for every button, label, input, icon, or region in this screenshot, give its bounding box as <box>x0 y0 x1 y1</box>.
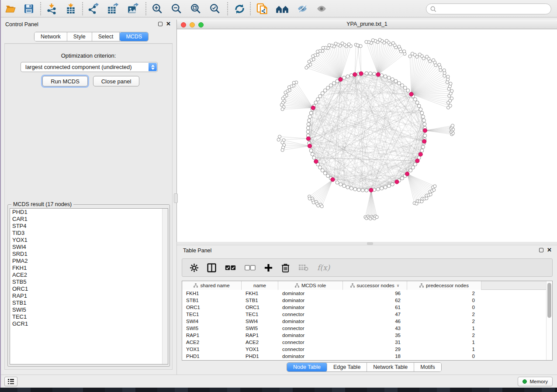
mcds-result-item[interactable]: ORC1 <box>10 285 168 292</box>
zoom-fit-icon[interactable] <box>189 2 203 15</box>
import-network-icon[interactable] <box>45 2 59 15</box>
search-field[interactable] <box>426 3 551 14</box>
optimization-criterion-select[interactable]: largest connected component (undirected) <box>21 62 158 72</box>
memory-button[interactable]: Memory <box>518 377 553 386</box>
network-window-titlebar[interactable]: YPA_prune.txt_1 <box>177 20 557 29</box>
column-header-predecessor-nodes[interactable]: predecessor nodes <box>407 281 481 290</box>
zoom-out-icon[interactable] <box>170 2 183 15</box>
cell-successors: 35 <box>343 333 407 338</box>
open-file-icon[interactable] <box>3 2 17 15</box>
apply-layout-icon[interactable] <box>232 2 246 15</box>
task-history-button[interactable] <box>4 377 17 386</box>
column-header-name[interactable]: name <box>242 281 278 290</box>
mcds-result-item[interactable]: PHD1 <box>10 209 168 216</box>
delete-column-icon[interactable] <box>281 263 290 272</box>
tab-edge-table[interactable]: Edge Table <box>327 363 367 371</box>
float-panel-icon[interactable] <box>158 22 163 26</box>
mcds-result-item[interactable]: STB1 <box>10 299 168 306</box>
mcds-result-item[interactable]: PMA2 <box>10 258 168 265</box>
cell-predecessors: 0 <box>407 298 481 303</box>
settings-gear-icon[interactable] <box>190 264 198 272</box>
mcds-result-item[interactable]: SRD1 <box>10 251 168 258</box>
close-panel-button[interactable]: Close panel <box>93 76 139 86</box>
save-session-icon[interactable] <box>22 2 36 15</box>
tab-node-table[interactable]: Node Table <box>287 363 327 371</box>
cell-name: TEC1 <box>242 312 278 317</box>
first-neighbors-icon[interactable] <box>275 2 289 15</box>
mcds-result-item[interactable]: TID3 <box>10 230 168 237</box>
float-panel-icon[interactable] <box>539 248 543 252</box>
add-column-icon[interactable] <box>264 264 273 272</box>
clone-network-icon[interactable] <box>255 2 269 15</box>
hide-selected-icon[interactable] <box>295 2 309 15</box>
tab-motifs[interactable]: Motifs <box>414 363 441 371</box>
table-row[interactable]: SWI4SWI4dominator462 <box>182 318 546 325</box>
table-panel-title: Table Panel <box>183 248 211 254</box>
zoom-in-icon[interactable] <box>150 2 164 15</box>
run-mcds-button[interactable]: Run MCDS <box>42 76 88 86</box>
panel-divider-handle[interactable] <box>174 193 178 203</box>
mcds-list-scrollbar[interactable] <box>162 209 168 364</box>
select-stepper-icon <box>149 63 157 71</box>
import-table-icon[interactable] <box>64 2 78 15</box>
select-all-checkboxes-icon[interactable] <box>225 265 236 271</box>
close-panel-icon[interactable]: ✕ <box>166 22 171 26</box>
optimization-criterion-label: Optimization criterion: <box>5 52 172 59</box>
mcds-result-item[interactable]: FKH1 <box>10 265 168 272</box>
cell-successors: 18 <box>343 354 407 359</box>
function-builder-icon[interactable]: f(x) <box>317 263 330 272</box>
show-all-icon[interactable] <box>315 2 329 15</box>
deselect-all-checkboxes-icon[interactable] <box>245 265 256 271</box>
zoom-selected-icon[interactable] <box>208 2 222 15</box>
export-network-icon[interactable] <box>86 2 100 15</box>
column-header-shared-name[interactable]: shared name <box>182 281 242 290</box>
delete-table-icon[interactable] <box>298 264 308 271</box>
table-row[interactable]: YOX1YOX1connector291 <box>182 346 546 353</box>
mcds-result-item[interactable]: SWI4 <box>10 244 168 251</box>
cell-predecessors: 2 <box>407 333 481 338</box>
mcds-result-item[interactable]: TEC1 <box>10 313 168 320</box>
table-row[interactable]: FKH1FKH1dominator962 <box>182 290 546 297</box>
tree-icon <box>419 283 424 288</box>
show-columns-icon[interactable] <box>207 263 216 272</box>
close-panel-icon[interactable]: ✕ <box>547 248 552 252</box>
table-toolbar: f(x) <box>182 258 553 277</box>
mcds-result-item[interactable]: STB5 <box>10 279 168 285</box>
table-row[interactable]: TEC1TEC1connector472 <box>182 311 546 318</box>
table-row[interactable]: STB1STB1dominator620 <box>182 297 546 304</box>
export-table-icon[interactable] <box>106 2 120 15</box>
table-row[interactable]: ORC1ORC1dominator610 <box>182 304 546 311</box>
mcds-result-item[interactable]: RAP1 <box>10 292 168 299</box>
export-image-icon[interactable] <box>126 2 140 15</box>
mcds-result-list[interactable]: PHD1CAR1STP4TID3YOX1SWI4SRD1PMA2FKH1ACE2… <box>10 208 168 364</box>
node-table[interactable]: shared namenameMCDS rolesuccessor nodes∨… <box>182 281 553 361</box>
table-row[interactable]: RAP1RAP1dominator352 <box>182 332 546 339</box>
table-row[interactable]: SWI5SWI5connector431 <box>182 325 546 332</box>
mcds-result-item[interactable]: GCR1 <box>10 320 168 327</box>
table-panel-divider[interactable] <box>177 242 557 245</box>
search-input[interactable] <box>439 6 543 12</box>
mcds-result-item[interactable]: CAR1 <box>10 216 168 223</box>
cell-role: dominator <box>278 319 343 324</box>
tab-select[interactable]: Select <box>92 32 120 41</box>
mcds-result-item[interactable]: YOX1 <box>10 237 168 244</box>
cell-successors: 46 <box>343 319 407 324</box>
tab-mcds[interactable]: MCDS <box>120 32 148 41</box>
mcds-result-item[interactable]: ACE2 <box>10 272 168 279</box>
scrollbar-thumb[interactable] <box>547 283 551 318</box>
cell-role: dominator <box>278 305 343 310</box>
column-header-MCDS-role[interactable]: MCDS role <box>278 281 343 290</box>
table-row[interactable]: PHD1PHD1dominator180 <box>182 353 546 360</box>
table-scrollbar[interactable] <box>546 281 552 360</box>
tab-network[interactable]: Network <box>35 32 67 41</box>
mcds-result-item[interactable]: SWI5 <box>10 306 168 313</box>
cell-name: RAP1 <box>242 333 278 338</box>
tab-style[interactable]: Style <box>67 32 92 41</box>
column-label: predecessor nodes <box>426 283 469 288</box>
network-canvas[interactable] <box>177 29 557 242</box>
divider-handle[interactable] <box>367 242 373 245</box>
column-header-successor-nodes[interactable]: successor nodes∨ <box>343 281 407 290</box>
table-row[interactable]: ACE2ACE2connector311 <box>182 339 546 346</box>
mcds-result-item[interactable]: STP4 <box>10 223 168 230</box>
tab-network-table[interactable]: Network Table <box>367 363 414 371</box>
